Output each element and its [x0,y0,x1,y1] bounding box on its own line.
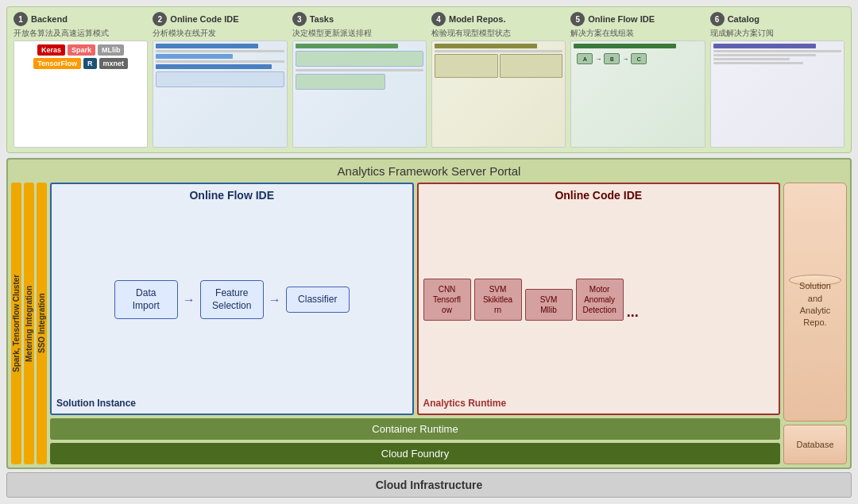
ellipsis-label: ... [627,304,639,321]
screenshot-inner-5: A → B → C [571,41,704,147]
flow-ide-box: Online Flow IDE DataImport → FeatureSele… [50,183,414,415]
analytics-runtime-row: CNNTensorflow SVMSkikitlearn SVMMllib Mo… [423,206,775,393]
ss-flow-node-1: A [577,53,593,64]
screenshot-catalog [710,40,844,148]
top-item-subtitle-1: 开放各算法及高速运算模式 [14,29,148,38]
analytics-portal: Analytics Framework Server Portal Spark,… [6,158,852,469]
top-item-tasks: 3 Tasks 决定模型更新派送排程 [292,12,427,148]
ss-line-c2 [713,54,816,56]
flow-node-feature-selection: FeatureSelection [200,280,264,319]
portal-title: Analytics Framework Server Portal [11,163,847,179]
ide-row: Online Flow IDE DataImport → FeatureSele… [50,183,780,415]
ss-cell-1 [435,54,498,78]
top-item-title-2: Online Code IDE [170,14,238,24]
top-item-header-2: 2 Online Code IDE [153,12,287,26]
runtime-cards: CNNTensorflow SVMSkikitlearn SVMMllib Mo… [423,279,775,321]
ss-bar-2 [156,54,233,59]
step-circle-6: 6 [710,12,725,26]
top-item-catalog: 6 Catalog 现成解决方案订阅 [710,12,844,148]
ss-block-t2 [296,74,385,90]
ss-flow-arrow-2: → [622,56,628,63]
screenshot-tasks [292,40,427,148]
top-item-title-5: Online Flow IDE [588,14,655,24]
ss-grid [435,54,562,78]
repo-label: SolutionandAnalyticRepo. [799,280,831,329]
flow-diagram: DataImport → FeatureSelection → Classifi… [56,206,408,393]
top-item-title-3: Tasks [310,14,334,24]
step-circle-3: 3 [292,12,307,26]
top-item-flow-ide: 5 Online Flow IDE 解决方案在线组装 A → B → C [570,12,705,148]
cloud-infra-bar: Cloud Infrastructure [6,472,852,498]
step-circle-2: 2 [153,12,167,26]
ss-line-m1 [435,50,562,52]
ss-flow-node-3: C [631,53,647,64]
backend-logos: Keras Spark MLlib TensorFlow R mxnet [14,41,147,72]
ss-block-1 [156,71,284,87]
step-circle-5: 5 [570,12,585,26]
container-runtime-bar: Container Runtime [50,418,780,440]
runtime-card-svm-sklearn: SVMSkikitlearn [474,279,522,321]
spark-logo: Spark [68,44,95,56]
code-ide-box: Online Code IDE CNNTensorflow SVMSkikitl… [417,183,781,415]
screenshot-flow-ide: A → B → C [570,40,705,148]
ss-flow-node-2: B [604,53,620,64]
top-item-subtitle-4: 检验现有现型模型状态 [431,29,566,38]
runtime-card-motor: MotorAnomalyDetection [576,279,624,321]
ss-line-1 [156,50,284,52]
main-section: Analytics Framework Server Portal Spark,… [6,158,852,498]
top-item-subtitle-3: 决定模型更新派送排程 [292,29,427,38]
top-item-title-1: Backend [31,14,68,24]
screenshot-model-repos [431,40,566,148]
runtime-card-svm-mllib: SVMMllib [525,289,573,321]
mllib-logo: MLlib [98,44,125,56]
left-bar-metering: Metering Integration [24,183,34,464]
tensorflow-logo: TensorFlow [33,58,81,69]
portal-content: Spark, Tensorflow Cluster Metering Integ… [11,183,847,464]
ss-bar-3 [156,64,271,69]
top-item-header-1: 1 Backend [14,12,148,26]
mxnet-logo: mxnet [99,58,129,69]
left-bars: Spark, Tensorflow Cluster Metering Integ… [11,183,47,464]
runtime-card-cnn: CNNTensorflow [423,279,471,321]
flow-arrow-2: → [269,293,281,307]
flow-arrow-1: → [183,293,195,307]
step-circle-4: 4 [431,12,446,26]
top-strip: 1 Backend 开放各算法及高速运算模式 Keras Spark MLlib… [6,6,852,153]
ss-line-c4 [713,62,803,64]
analytics-runtime-label: Analytics Runtime [423,398,775,409]
ss-bar-t1 [296,44,398,48]
top-item-header-5: 5 Online Flow IDE [570,12,705,26]
ide-container: Online Flow IDE DataImport → FeatureSele… [50,183,780,464]
left-bar-sso: SSO Integration [37,183,47,464]
ss-bar-1 [156,44,258,48]
ss-line-c1 [713,50,841,52]
outer-wrapper: 1 Backend 开放各算法及高速运算模式 Keras Spark MLlib… [0,0,858,504]
top-item-header-4: 4 Model Repos. [431,12,566,26]
left-bar-spark: Spark, Tensorflow Cluster [11,183,21,464]
code-ide-title: Online Code IDE [423,189,775,202]
screenshot-inner-6 [711,41,844,147]
right-side: SolutionandAnalyticRepo. Database [783,183,847,464]
screenshot-backend: Keras Spark MLlib TensorFlow R mxnet [14,40,148,148]
solution-instance-label: Solution Instance [56,398,408,409]
r-logo: R [83,58,97,69]
ss-cell-2 [500,54,563,78]
screenshot-inner-2 [153,41,286,147]
top-item-subtitle-6: 现成解决方案订阅 [710,29,844,38]
top-item-model-repos: 4 Model Repos. 检验现有现型模型状态 [431,12,566,148]
top-item-header-6: 6 Catalog [710,12,844,26]
ss-block-t1 [296,51,423,67]
repo-cylinder: SolutionandAnalyticRepo. [783,183,847,421]
ss-line-2 [156,60,284,63]
ss-flow-arrow-1: → [595,56,601,63]
top-item-title-6: Catalog [728,14,759,24]
screenshot-code-ide [153,40,287,148]
flow-node-data-import: DataImport [114,280,178,319]
ss-bar-c1 [713,44,816,48]
flow-ide-title: Online Flow IDE [56,189,408,202]
top-item-subtitle-2: 分析模块在线开发 [153,29,287,38]
top-item-subtitle-5: 解决方案在线组装 [570,29,705,38]
ss-line-t1 [296,69,423,71]
cloud-foundry-bar: Cloud Foundry [50,443,780,464]
keras-logo: Keras [37,44,65,56]
